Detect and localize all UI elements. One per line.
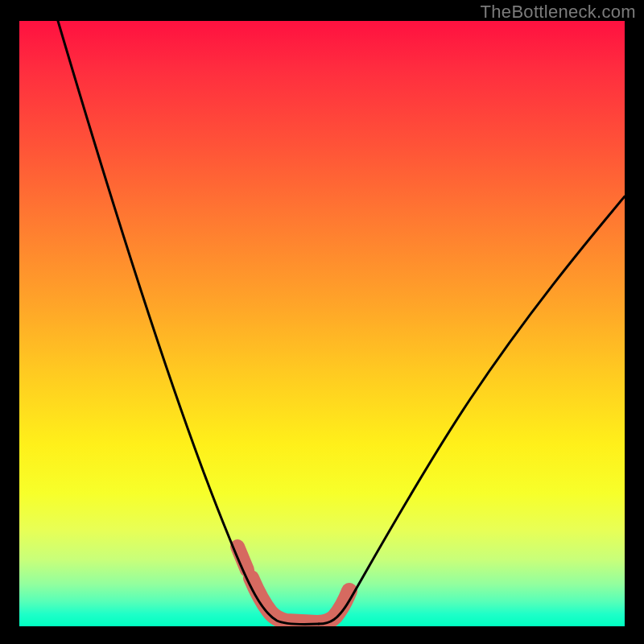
plot-area <box>19 21 625 626</box>
curve-right <box>319 196 625 624</box>
highlight-stroke <box>251 578 349 623</box>
curve-layer <box>19 21 625 626</box>
chart-stage: TheBottleneck.com <box>0 0 644 644</box>
curve-left <box>58 21 319 625</box>
watermark-text: TheBottleneck.com <box>481 2 636 23</box>
